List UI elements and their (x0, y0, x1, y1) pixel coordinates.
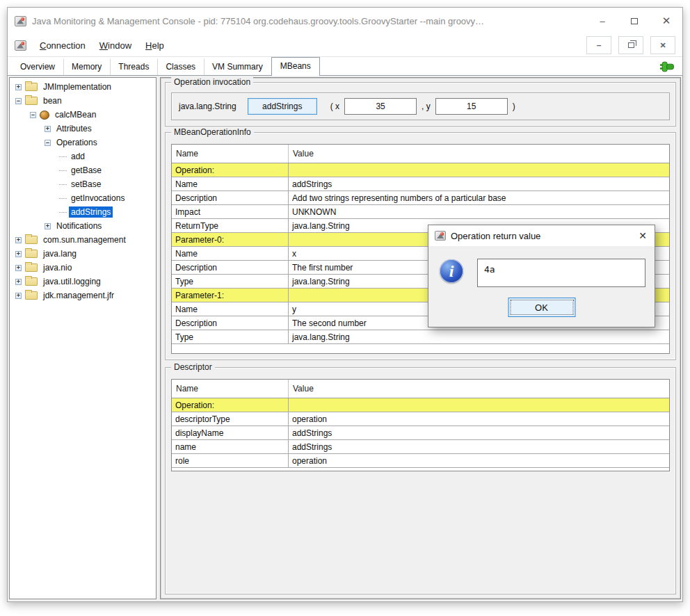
tree-item-bean[interactable]: −bean (10, 94, 156, 108)
table-row[interactable]: nameaddStrings (172, 440, 669, 454)
folder-icon (25, 97, 38, 105)
frame-restore-button[interactable] (618, 36, 643, 54)
dialog-close-button[interactable]: ✕ (632, 225, 653, 246)
tree-item-label: addStrings (69, 206, 113, 218)
minimize-button[interactable]: – (586, 8, 618, 34)
tree-item-jmimplementation[interactable]: +JMImplementation (10, 80, 156, 94)
tree-item-label: bean (41, 95, 64, 106)
frame-close-button[interactable]: ✕ (650, 36, 675, 54)
operation-invocation-group: Operation invocation java.lang.String ad… (165, 82, 676, 127)
dialog-close-icon: ✕ (639, 230, 647, 241)
ok-button[interactable]: OK (508, 298, 575, 317)
tree-item-java-lang[interactable]: +java.lang (10, 247, 156, 261)
tab-bar: OverviewMemoryThreadsClassesVM SummaryMB… (8, 57, 682, 76)
screenshot-stage: Java Monitoring & Management Console - p… (0, 0, 690, 616)
cell-name: Operation: (172, 398, 289, 412)
tab-mbeans[interactable]: MBeans (271, 57, 320, 76)
tree-item-label: java.lang (41, 248, 79, 259)
table-row[interactable]: displayNameaddStrings (172, 426, 669, 440)
minimize-icon: – (600, 16, 604, 26)
tree-item-add[interactable]: add (10, 149, 156, 163)
expand-handle-icon[interactable]: + (15, 237, 22, 243)
dialog-body: i 4a OK (428, 246, 655, 327)
collapse-handle-icon[interactable]: − (45, 140, 51, 146)
table-row[interactable]: ImpactUNKNOWN (172, 205, 669, 219)
cell-value: addStrings (289, 177, 669, 191)
cell-name: Type (172, 275, 289, 288)
menu-window[interactable]: Window (93, 38, 138, 54)
result-value-field[interactable]: 4a (477, 259, 645, 287)
table-header: NameValue (172, 380, 669, 398)
folder-icon (25, 83, 38, 91)
table-row[interactable]: DescriptionAdd two strings representing … (172, 191, 669, 205)
menu-connection[interactable]: Connection (33, 38, 92, 54)
expand-handle-icon[interactable]: + (15, 84, 22, 90)
tree-item-com-sun-management[interactable]: +com.sun.management (10, 233, 156, 247)
tree-item-getinvocations[interactable]: getInvocations (10, 191, 156, 205)
tree-item-notifications[interactable]: +Notifications (10, 219, 156, 233)
tree-item-setbase[interactable]: setBase (10, 177, 156, 191)
cell-value (289, 163, 669, 177)
descriptor-table: NameValueOperation:descriptorTypeoperati… (171, 379, 670, 471)
tree-item-label: com.sun.management (41, 234, 128, 245)
separator-label: , y (422, 102, 431, 111)
tree-item-label: Notifications (54, 220, 104, 232)
table-row[interactable]: NameaddStrings (172, 177, 669, 191)
expand-handle-icon[interactable]: + (15, 279, 22, 285)
folder-icon (25, 264, 38, 272)
tree-item-java-util-logging[interactable]: +java.util.logging (10, 275, 156, 289)
tree-item-operations[interactable]: −Operations (10, 136, 156, 149)
frame-restore-icon (628, 42, 634, 48)
tree-item-label: setBase (69, 179, 103, 190)
invoke-addstrings-button[interactable]: addStrings (248, 98, 317, 115)
menu-help[interactable]: Help (139, 38, 170, 54)
tabs: OverviewMemoryThreadsClassesVM SummaryMB… (12, 57, 320, 75)
param-x-input[interactable] (344, 98, 417, 115)
collapse-handle-icon[interactable]: − (15, 98, 22, 104)
maximize-button[interactable] (618, 8, 650, 34)
expand-handle-icon[interactable]: + (45, 223, 51, 229)
cell-name: Description (172, 191, 289, 204)
table-row[interactable]: roleoperation (172, 454, 669, 468)
tree-item-java-nio[interactable]: +java.nio (10, 261, 156, 275)
param-y-input[interactable] (435, 98, 508, 115)
close-button[interactable]: ✕ (650, 8, 682, 34)
table-row[interactable]: Operation: (172, 398, 669, 412)
tab-classes[interactable]: Classes (157, 58, 204, 75)
expand-handle-icon[interactable]: + (45, 126, 51, 132)
connected-plug-icon (660, 61, 674, 72)
internal-frame-controls: – ✕ (586, 36, 675, 54)
tree-item-calcmbean[interactable]: −calcMBean (10, 108, 156, 122)
tree-item-jdk-management-jfr[interactable]: +jdk.management.jfr (10, 289, 156, 302)
tab-vm-summary[interactable]: VM Summary (204, 58, 271, 75)
tab-overview[interactable]: Overview (12, 58, 63, 75)
cell-value: java.lang.String (289, 330, 669, 343)
expand-handle-icon[interactable]: + (15, 293, 22, 299)
tab-memory[interactable]: Memory (63, 58, 110, 75)
tree-item-getbase[interactable]: getBase (10, 163, 156, 177)
table-row[interactable]: Typejava.lang.String (172, 330, 669, 344)
cell-name: Description (172, 316, 289, 330)
frame-minimize-button[interactable]: – (586, 36, 611, 54)
collapse-handle-icon[interactable]: − (30, 112, 36, 118)
tree-item-label: Operations (54, 137, 99, 148)
tree-item-label: jdk.management.jfr (41, 290, 116, 301)
tab-threads[interactable]: Threads (110, 58, 157, 75)
descriptor-group: Descriptor NameValueOperation:descriptor… (165, 367, 676, 594)
expand-handle-icon[interactable]: + (15, 265, 22, 271)
mbean-operation-info-group-title: MBeanOperationInfo (171, 127, 254, 137)
tree-item-addstrings[interactable]: addStrings (10, 205, 156, 219)
tree-item-label: JMImplementation (41, 81, 113, 92)
cell-name: Parameter-0: (172, 233, 289, 246)
tree-item-attributes[interactable]: +Attributes (10, 122, 156, 136)
table-row[interactable]: Operation: (172, 163, 669, 177)
tree-item-label: java.util.logging (41, 276, 103, 287)
cell-name: Operation: (172, 163, 289, 177)
table-row[interactable]: descriptorTypeoperation (172, 412, 669, 426)
close-icon: ✕ (662, 15, 671, 27)
tree-connector-line (59, 156, 67, 157)
expand-handle-icon[interactable]: + (15, 251, 22, 257)
menu-items: ConnectionWindowHelp (33, 38, 170, 54)
tree-item-label: getInvocations (69, 193, 127, 204)
frame-close-icon: ✕ (659, 41, 666, 50)
